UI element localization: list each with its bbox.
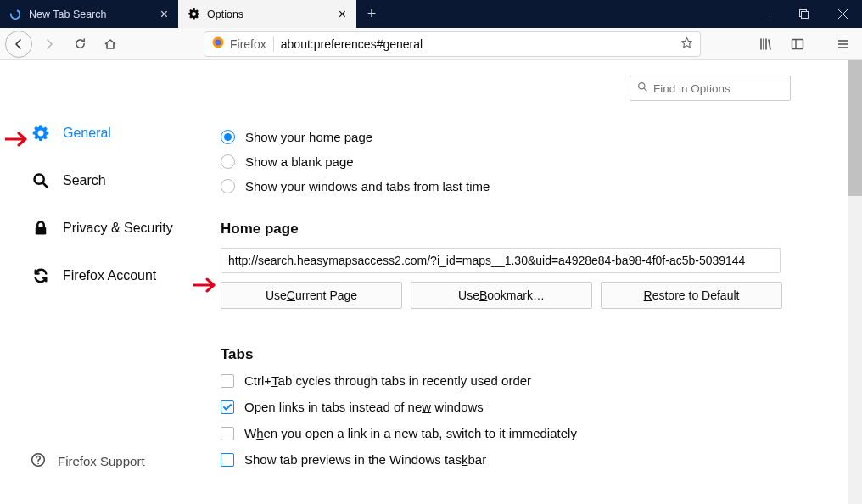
gear-icon [31,123,51,143]
use-bookmark-button[interactable]: Use Bookmark… [411,282,592,309]
tab-close-icon[interactable]: × [339,7,346,22]
checkbox-label: Ctrl+Tab cycles through tabs in recently… [244,373,531,388]
navbar: Firefox about:preferences#general [0,28,862,60]
home-button[interactable] [97,31,124,58]
checkbox-input[interactable] [221,427,234,440]
reload-button[interactable] [66,31,93,58]
svg-point-7 [216,40,221,46]
main-pane: Find in Options Show your home page Show… [221,60,862,504]
sidebar-item-label: Firefox Account [63,268,156,283]
radio-show-windows[interactable]: Show your windows and tabs from last tim… [221,179,791,193]
sidebar-item-general[interactable]: General [31,118,221,148]
scrollbar[interactable] [848,60,862,504]
window-close-button[interactable] [823,0,862,28]
svg-rect-15 [36,227,47,235]
library-button[interactable] [752,31,779,58]
restore-default-button[interactable]: Restore to Default [601,282,782,309]
identity-box[interactable]: Firefox [211,36,266,52]
svg-point-17 [639,83,645,89]
tab-favicon-loading-icon [8,8,22,21]
radio-input[interactable] [221,154,235,169]
app-menu-button[interactable] [830,31,857,58]
find-in-options-input[interactable]: Find in Options [630,76,791,101]
checkbox-row[interactable]: Show tab previews in the Windows taskbar [221,452,791,467]
lock-icon [31,218,51,238]
sidebar-item-search[interactable]: Search [31,165,221,196]
url-text: about:preferences#general [281,37,674,51]
sidebar-item-label: Privacy & Security [63,221,173,236]
sidebar-item-label: General [63,126,111,141]
checkbox-row[interactable]: Open links in tabs instead of new window… [221,400,791,414]
content: General Search Privacy & Security Firefo… [0,60,862,504]
checkbox-row[interactable]: Ctrl+Tab cycles through tabs in recently… [221,373,791,388]
new-tab-button[interactable]: + [356,0,387,28]
use-current-page-button[interactable]: Use Current Page [221,282,402,309]
sidebar-item-privacy[interactable]: Privacy & Security [31,213,221,244]
radio-input[interactable] [221,130,235,144]
sidebar-button[interactable] [784,31,811,58]
homepage-url-value: http://search.heasymapsaccess2.com/?i_id… [228,254,745,267]
homepage-url-input[interactable]: http://search.heasymapsaccess2.com/?i_id… [221,248,781,273]
window-minimize-button[interactable] [745,0,784,28]
forward-button [36,31,63,58]
radio-label: Show a blank page [245,154,354,169]
scrollbar-thumb[interactable] [848,60,862,196]
tab-close-icon[interactable]: × [160,7,168,22]
startup-radiogroup: Show your home page Show a blank page Sh… [221,130,791,193]
svg-line-14 [43,183,48,188]
gear-icon [187,8,200,21]
svg-rect-3 [801,12,808,19]
search-icon [637,81,648,95]
sidebar: General Search Privacy & Security Firefo… [0,60,221,504]
tabs-checkboxes: Ctrl+Tab cycles through tabs in recently… [221,373,791,467]
checkbox-label: Open links in tabs instead of new window… [244,400,484,414]
tab-label: Options [207,8,332,20]
window-controls [745,0,862,28]
back-button[interactable] [5,31,32,58]
checkbox-label: When you open a link in a new tab, switc… [244,426,577,440]
tab-options[interactable]: Options × [178,0,356,28]
radio-label: Show your windows and tabs from last tim… [245,179,490,193]
search-placeholder: Find in Options [653,82,730,95]
radio-input[interactable] [221,179,235,193]
sidebar-item-account[interactable]: Firefox Account [31,260,221,291]
checkbox-input[interactable] [221,374,234,388]
urlbar-separator [273,36,274,52]
tab-new-tab-search[interactable]: New Tab Search × [0,0,178,28]
urlbar[interactable]: Firefox about:preferences#general [204,31,701,57]
titlebar: New Tab Search × Options × + [0,0,862,28]
nav-right-controls [752,31,857,58]
radio-show-home[interactable]: Show your home page [221,130,791,144]
checkbox-label: Show tab previews in the Windows taskbar [244,452,486,467]
window-maximize-button[interactable] [784,0,823,28]
homepage-heading: Home page [221,221,791,238]
svg-point-0 [11,9,20,19]
checkbox-row[interactable]: When you open a link in a new tab, switc… [221,426,791,440]
svg-line-18 [644,88,646,91]
identity-label: Firefox [230,37,266,51]
radio-show-blank[interactable]: Show a blank page [221,154,791,169]
svg-rect-8 [792,39,803,48]
checkbox-input[interactable] [221,453,234,467]
sidebar-support-label: Firefox Support [58,454,145,468]
startup-section: Show your home page Show a blank page Sh… [221,130,791,467]
sidebar-support-link[interactable]: Firefox Support [31,452,145,470]
checkbox-input[interactable] [221,400,234,414]
tabs-heading: Tabs [221,346,791,363]
tab-label: New Tab Search [29,8,154,20]
help-icon [31,452,46,470]
homepage-buttons: Use Current Page Use Bookmark… Restore t… [221,282,791,309]
radio-label: Show your home page [245,130,372,144]
sync-icon [31,266,51,286]
search-icon [31,171,51,191]
sidebar-item-label: Search [63,173,106,188]
bookmark-star-icon[interactable] [680,36,693,52]
firefox-icon [211,36,225,52]
